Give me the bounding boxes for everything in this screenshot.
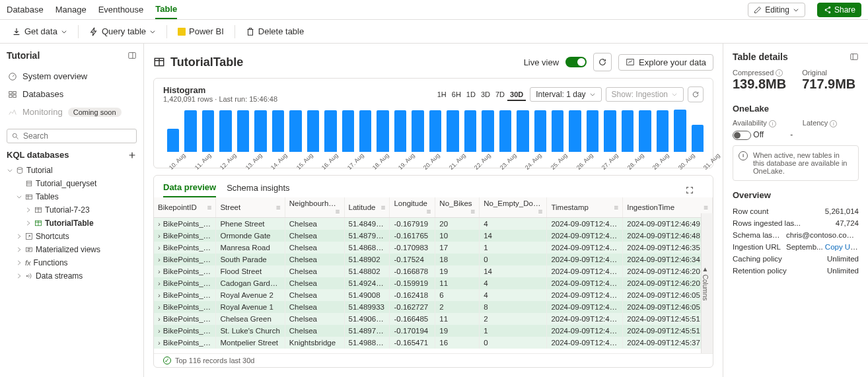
column-header[interactable]: IngestionTime≡ [623,197,713,218]
column-menu-icon[interactable]: ≡ [336,207,340,215]
expand-icon[interactable] [850,52,859,61]
search-input[interactable] [23,131,132,141]
table-row[interactable]: BikePoints_747Ormonde GateChelsea51.4879… [154,230,713,242]
column-header[interactable]: Street≡ [216,197,285,218]
table-row[interactable]: BikePoints_218St. Luke's ChurchChelsea51… [154,325,713,337]
tab-table[interactable]: Table [155,0,177,19]
row-count: 5,261,014 [825,207,859,215]
column-menu-icon[interactable]: ≡ [427,207,431,215]
table-row[interactable]: BikePoints_529Manresa RoadChelsea51.4868… [154,242,713,254]
editing-dropdown[interactable]: Editing [748,3,805,17]
table-row[interactable]: BikePoints_430South ParadeChelsea51.4890… [154,254,713,265]
range-3D[interactable]: 3D [478,89,493,100]
column-menu-icon[interactable]: ≡ [276,203,281,211]
availability-toggle[interactable] [733,131,751,140]
table-cell: BikePoints_250 [154,301,216,313]
column-header[interactable]: Timestamp≡ [547,197,623,218]
data-grid[interactable]: BikepointID≡Street≡Neighbourhood≡Latitud… [154,197,713,353]
info-icon[interactable]: i [776,69,783,77]
tree-db-tutorial[interactable]: Tutorial [7,164,137,177]
column-menu-icon[interactable]: ≡ [207,203,212,211]
tab-database[interactable]: Database [7,1,44,18]
delete-table-button[interactable]: Delete table [240,24,309,39]
fullscreen-button[interactable] [685,185,704,195]
search-box[interactable] [7,129,137,143]
range-1D[interactable]: 1D [464,89,478,100]
table-cell: 2024-09-09T12:45:37.20375... [623,337,713,349]
live-view-toggle[interactable] [565,57,587,67]
column-header[interactable]: Longitude≡ [390,197,435,218]
table-cell: 51.489933 [344,301,390,313]
query-table-button[interactable]: Query table [84,24,161,39]
tree-materialized[interactable]: Materialized views [7,243,137,256]
tree-queryset[interactable]: Tutorial_queryset [7,177,137,190]
table-cell: 51.4868927 [344,242,390,254]
power-bi-button[interactable]: Power BI [172,24,229,39]
tree-shortcuts[interactable]: Shortcuts [7,230,137,243]
column-header[interactable]: Neighbourhood≡ [285,197,344,218]
column-menu-icon[interactable]: ≡ [470,207,475,215]
histogram-refresh-button[interactable] [688,86,704,102]
table-cell: 0 [480,254,547,265]
get-data-button[interactable]: Get data [7,24,73,39]
add-icon[interactable] [127,151,137,160]
tab-data-preview[interactable]: Data preview [163,182,216,197]
collapse-icon[interactable] [127,51,137,60]
nav-system-overview[interactable]: System overview [7,69,137,84]
table-row[interactable]: BikePoints_662Phene StreetChelsea51.4849… [154,218,713,230]
interval-dropdown[interactable]: Interval: 1 day [530,87,601,102]
range-7D[interactable]: 7D [493,89,507,100]
tree-functions[interactable]: fx Functions [7,256,137,269]
table-cell: 2024-09-09T12:46:48.68583... [623,230,713,242]
svg-rect-4 [9,94,12,97]
show-ingestion-dropdown[interactable]: Show: Ingestion [606,87,684,102]
columns-panel-toggle[interactable]: ▲ Columns [701,213,713,353]
info-icon[interactable]: i [769,120,776,127]
table-row[interactable]: BikePoints_292Montpelier StreetKnightsbr… [154,337,713,349]
tab-manage[interactable]: Manage [55,1,87,18]
svg-point-14 [26,275,28,277]
info-icon[interactable]: i [830,120,837,127]
tab-schema-insights[interactable]: Schema insights [227,183,289,197]
table-row[interactable]: BikePoints_345Flood StreetChelsea51.4880… [154,265,713,277]
range-6H[interactable]: 6H [449,89,464,100]
tree-table-tutorialtable[interactable]: TutorialTable [7,217,137,230]
table-cell: 2024-09-09T12:46:05.49595... [623,301,713,313]
column-header[interactable]: BikepointID≡ [154,197,216,218]
live-view-label: Live view [524,57,559,67]
table-cell: 2024-09-09T12:45:50.81... [547,313,623,325]
table-row[interactable]: BikePoints_280Royal Avenue 2Chelsea51.49… [154,289,713,301]
range-1H[interactable]: 1H [435,89,449,100]
tree-datastreams[interactable]: Data streams [7,269,137,283]
tab-eventhouse[interactable]: Eventhouse [98,1,144,18]
nav-databases[interactable]: Databases [7,86,137,102]
table-row[interactable]: BikePoints_395Cadogan GardensChelsea51.4… [154,277,713,289]
data-preview-card: Data preview Schema insights BikepointID… [153,175,713,368]
table-cell: St. Luke's Church [216,325,285,337]
table-cell: 2024-09-09T12:46:49.23317... [623,218,713,230]
tree-table-tutorial723[interactable]: Tutorial-7-23 [7,203,137,217]
database-icon [16,166,24,174]
column-header[interactable]: No_Empty_Docks≡ [480,197,547,218]
refresh-button[interactable] [593,53,612,71]
explore-data-button[interactable]: Explore your data [618,54,713,71]
table-cell: 2024-09-09T12:45:51.11625... [623,313,713,325]
table-cell: 2024-09-09T12:46:05.17... [547,301,623,313]
ingestion-url: Septemb... Copy URI [786,243,859,251]
column-header[interactable]: No_Bikes≡ [435,197,480,218]
table-cell: 51.4849854 [344,218,390,230]
table-row[interactable]: BikePoints_220Chelsea GreenChelsea51.490… [154,313,713,325]
share-button[interactable]: Share [817,3,861,17]
column-menu-icon[interactable]: ≡ [704,203,708,211]
column-menu-icon[interactable]: ≡ [614,203,619,211]
svg-point-6 [13,133,17,137]
column-menu-icon[interactable]: ≡ [538,207,543,215]
copy-uri-link[interactable]: Copy URI [825,243,858,251]
table-row[interactable]: BikePoints_250Royal Avenue 1Chelsea51.48… [154,301,713,313]
column-header[interactable]: Latitude≡ [344,197,390,218]
trash-icon [246,27,255,36]
range-30D[interactable]: 30D [507,89,526,101]
tree-tables[interactable]: Tables [7,190,137,203]
column-menu-icon[interactable]: ≡ [381,203,386,211]
page-title: TutorialTable [170,55,243,69]
